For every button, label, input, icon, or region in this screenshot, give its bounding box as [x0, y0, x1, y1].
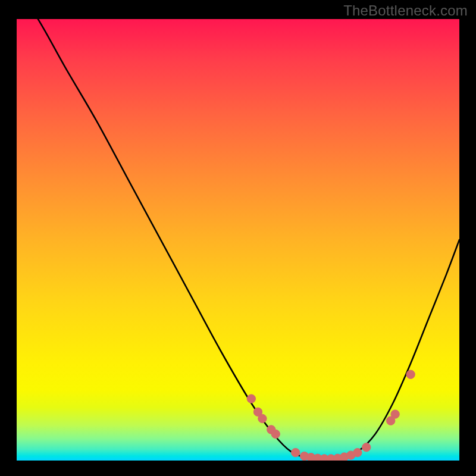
- curve-path: [17, 19, 459, 459]
- highlight-dot: [258, 414, 267, 422]
- highlight-dot: [247, 394, 255, 403]
- highlight-dot: [391, 410, 399, 418]
- highlight-dot: [292, 448, 300, 456]
- chart-frame: TheBottleneck.com: [0, 0, 476, 476]
- plot-area: [17, 19, 459, 461]
- highlight-dot: [406, 370, 415, 378]
- bottleneck-curve: [17, 19, 459, 461]
- highlight-dot: [271, 430, 280, 438]
- watermark-text: TheBottleneck.com: [343, 2, 468, 19]
- highlight-dot: [362, 443, 371, 452]
- highlight-dot: [353, 448, 362, 456]
